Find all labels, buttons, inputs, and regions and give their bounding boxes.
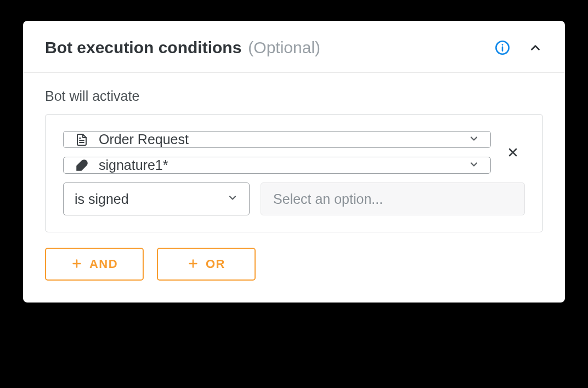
condition-group: Order Request signature1* xyxy=(45,114,543,232)
add-and-button[interactable]: AND xyxy=(45,248,144,281)
conditions-panel: Bot execution conditions (Optional) Bot … xyxy=(23,21,565,303)
field-select-value: signature1* xyxy=(99,157,468,173)
operator-select-value: is signed xyxy=(75,191,227,207)
field-select[interactable]: signature1* xyxy=(63,157,491,174)
panel-body: Bot will activate Order Request xyxy=(23,73,565,303)
chevron-down-icon xyxy=(468,159,479,172)
document-select[interactable]: Order Request xyxy=(63,131,491,148)
collapse-chevron-up-icon[interactable] xyxy=(528,40,543,55)
document-icon xyxy=(75,133,89,147)
document-select-value: Order Request xyxy=(99,132,468,147)
operator-button-row: AND OR xyxy=(45,248,543,281)
operator-select[interactable]: is signed xyxy=(63,182,250,215)
value-select-placeholder: Select an option... xyxy=(273,191,383,207)
info-icon[interactable] xyxy=(495,40,510,55)
chevron-down-icon xyxy=(227,192,238,206)
panel-optional-label: (Optional) xyxy=(248,38,320,57)
or-label: OR xyxy=(206,257,225,271)
add-or-button[interactable]: OR xyxy=(157,248,256,281)
plus-icon xyxy=(71,258,83,271)
panel-title: Bot execution conditions xyxy=(45,38,241,57)
and-label: AND xyxy=(89,257,118,271)
panel-header: Bot execution conditions (Optional) xyxy=(23,21,565,73)
svg-point-2 xyxy=(502,44,504,45)
value-select: Select an option... xyxy=(261,182,525,215)
remove-condition-button[interactable] xyxy=(501,140,525,164)
chevron-down-icon xyxy=(468,133,479,146)
section-label: Bot will activate xyxy=(45,88,543,104)
feather-icon xyxy=(75,158,89,173)
plus-icon xyxy=(187,258,199,271)
